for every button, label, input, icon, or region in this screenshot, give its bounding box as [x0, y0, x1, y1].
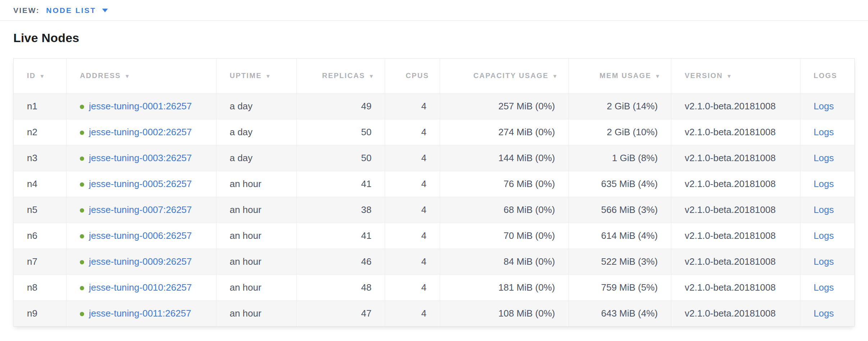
- cell-mem-usage: 2 GiB (14%): [568, 93, 671, 119]
- table-row: n4jesse-tuning-0005:26257an hour41476 Mi…: [14, 171, 854, 197]
- node-address-link[interactable]: jesse-tuning-0011:26257: [89, 308, 191, 319]
- cell-version: v2.1.0-beta.20181008: [671, 93, 800, 119]
- cell-mem-usage: 566 MiB (3%): [568, 197, 671, 223]
- live-nodes-page: VIEW: NODE LIST Live Nodes ID▼ADDRESS▼UP…: [0, 0, 868, 327]
- node-live-status-icon: [80, 131, 84, 135]
- cell-logs: Logs: [800, 93, 854, 119]
- table-row: n5jesse-tuning-0007:26257an hour38468 Mi…: [14, 197, 854, 223]
- cell-cpus: 4: [385, 145, 440, 171]
- column-header-replicas[interactable]: REPLICAS▼: [296, 59, 385, 93]
- node-address-link[interactable]: jesse-tuning-0009:26257: [89, 256, 192, 267]
- column-header-address[interactable]: ADDRESS▼: [67, 59, 216, 93]
- node-logs-link[interactable]: Logs: [814, 127, 834, 137]
- node-logs-link[interactable]: Logs: [814, 153, 834, 163]
- cell-cpus: 4: [385, 274, 440, 300]
- cell-cpus: 4: [385, 171, 440, 197]
- node-logs-link[interactable]: Logs: [814, 308, 834, 319]
- cell-address: jesse-tuning-0006:26257: [67, 223, 216, 249]
- cell-uptime: an hour: [216, 197, 296, 223]
- cell-mem-usage: 643 MiB (4%): [568, 300, 671, 326]
- node-live-status-icon: [80, 260, 84, 264]
- cell-uptime: an hour: [216, 274, 296, 300]
- column-header-label: ADDRESS: [80, 72, 121, 79]
- sort-desc-icon: ▼: [552, 73, 558, 79]
- cell-logs: Logs: [800, 249, 854, 274]
- cell-address: jesse-tuning-0010:26257: [67, 274, 216, 300]
- column-header-label: UPTIME: [230, 72, 262, 79]
- table-row: n1jesse-tuning-0001:26257a day494257 MiB…: [14, 93, 854, 119]
- column-header-version[interactable]: VERSION▼: [671, 59, 800, 93]
- node-logs-link[interactable]: Logs: [814, 204, 834, 215]
- column-header-uptime[interactable]: UPTIME▼: [216, 59, 296, 93]
- node-address-link[interactable]: jesse-tuning-0006:26257: [89, 230, 192, 241]
- cell-replicas: 48: [296, 274, 385, 300]
- page-title: Live Nodes: [13, 31, 868, 45]
- node-logs-link[interactable]: Logs: [814, 230, 834, 241]
- column-header-id[interactable]: ID▼: [14, 59, 67, 93]
- cell-node-id: n9: [14, 300, 67, 326]
- cell-replicas: 49: [296, 93, 385, 119]
- cell-logs: Logs: [800, 119, 854, 145]
- cell-cpus: 4: [385, 197, 440, 223]
- column-header-label: VERSION: [685, 72, 723, 79]
- node-address-link[interactable]: jesse-tuning-0010:26257: [89, 282, 192, 293]
- column-header-mem[interactable]: MEM USAGE▼: [568, 59, 671, 93]
- node-logs-link[interactable]: Logs: [814, 178, 834, 189]
- node-address-link[interactable]: jesse-tuning-0002:26257: [89, 127, 192, 137]
- cell-mem-usage: 614 MiB (4%): [568, 223, 671, 249]
- sort-desc-icon: ▼: [726, 73, 732, 79]
- view-dropdown[interactable]: NODE LIST: [46, 6, 108, 15]
- table-row: n6jesse-tuning-0006:26257an hour41470 Mi…: [14, 223, 854, 249]
- cell-capacity-usage: 108 MiB (0%): [440, 300, 568, 326]
- node-logs-link[interactable]: Logs: [814, 256, 834, 267]
- node-logs-link[interactable]: Logs: [814, 101, 834, 112]
- node-logs-link[interactable]: Logs: [814, 282, 834, 293]
- cell-version: v2.1.0-beta.20181008: [671, 197, 800, 223]
- cell-capacity-usage: 144 MiB (0%): [440, 145, 568, 171]
- node-address-link[interactable]: jesse-tuning-0005:26257: [89, 178, 192, 189]
- table-body: n1jesse-tuning-0001:26257a day494257 MiB…: [14, 93, 854, 326]
- cell-address: jesse-tuning-0001:26257: [67, 93, 216, 119]
- cell-node-id: n6: [14, 223, 67, 249]
- table-row: n8jesse-tuning-0010:26257an hour484181 M…: [14, 274, 854, 300]
- cell-mem-usage: 759 MiB (5%): [568, 274, 671, 300]
- sort-desc-icon: ▼: [369, 73, 374, 79]
- cell-version: v2.1.0-beta.20181008: [671, 171, 800, 197]
- cell-node-id: n4: [14, 171, 67, 197]
- column-header-capacity[interactable]: CAPACITY USAGE▼: [440, 59, 568, 93]
- node-live-status-icon: [80, 105, 84, 109]
- column-header-label: REPLICAS: [322, 72, 365, 79]
- cell-mem-usage: 522 MiB (3%): [568, 249, 671, 274]
- column-header-cpus: CPUS: [385, 59, 440, 93]
- live-nodes-table: ID▼ADDRESS▼UPTIME▼REPLICAS▼CPUSCAPACITY …: [14, 59, 854, 326]
- cell-cpus: 4: [385, 93, 440, 119]
- cell-address: jesse-tuning-0005:26257: [67, 171, 216, 197]
- node-live-status-icon: [80, 312, 84, 316]
- node-address-link[interactable]: jesse-tuning-0001:26257: [89, 101, 192, 112]
- cell-logs: Logs: [800, 300, 854, 326]
- cell-capacity-usage: 181 MiB (0%): [440, 274, 568, 300]
- view-label: VIEW:: [13, 6, 40, 15]
- table-header-row: ID▼ADDRESS▼UPTIME▼REPLICAS▼CPUSCAPACITY …: [14, 59, 854, 93]
- node-live-status-icon: [80, 208, 84, 213]
- cell-replicas: 46: [296, 249, 385, 274]
- sort-desc-icon: ▼: [265, 73, 271, 79]
- chevron-down-icon: [102, 9, 108, 12]
- column-header-label: ID: [27, 72, 36, 79]
- node-live-status-icon: [80, 286, 84, 290]
- cell-version: v2.1.0-beta.20181008: [671, 223, 800, 249]
- cell-cpus: 4: [385, 119, 440, 145]
- cell-address: jesse-tuning-0011:26257: [67, 300, 216, 326]
- cell-cpus: 4: [385, 300, 440, 326]
- cell-cpus: 4: [385, 223, 440, 249]
- cell-node-id: n5: [14, 197, 67, 223]
- cell-replicas: 47: [296, 300, 385, 326]
- node-address-link[interactable]: jesse-tuning-0003:26257: [89, 153, 192, 163]
- cell-uptime: a day: [216, 119, 296, 145]
- table-row: n2jesse-tuning-0002:26257a day504274 MiB…: [14, 119, 854, 145]
- table-row: n3jesse-tuning-0003:26257a day504144 MiB…: [14, 145, 854, 171]
- node-address-link[interactable]: jesse-tuning-0007:26257: [89, 204, 192, 215]
- column-header-label: CPUS: [406, 72, 429, 79]
- sort-desc-icon: ▼: [124, 73, 130, 79]
- cell-node-id: n3: [14, 145, 67, 171]
